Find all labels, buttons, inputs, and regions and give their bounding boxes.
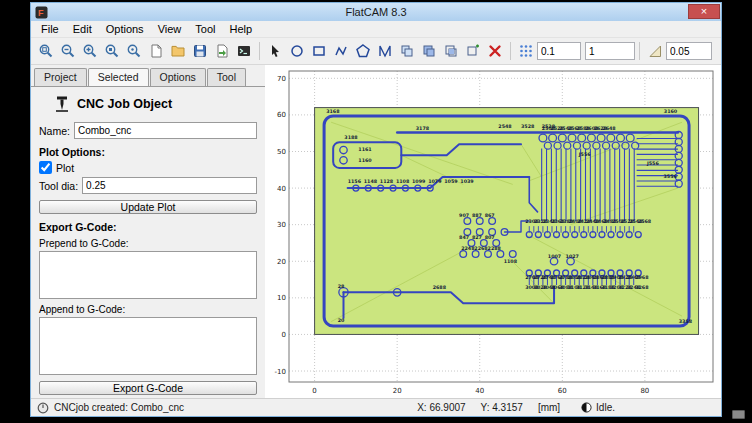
- name-input[interactable]: [74, 122, 257, 139]
- status-bar: CNCjob created: Combo_cnc X: 66.9007 Y: …: [31, 398, 721, 416]
- copy-geometry-button[interactable]: [396, 40, 418, 62]
- close-button[interactable]: ×: [688, 4, 720, 19]
- zoom-out-button[interactable]: [57, 40, 79, 62]
- left-panel: Project Selected Options Tool CNC Job Ob…: [31, 65, 265, 398]
- buffer-geometry-button[interactable]: [462, 40, 484, 62]
- svg-text:1156: 1156: [348, 179, 362, 184]
- pcb-plot-canvas[interactable]: 020406080-100102030405060703168316033582…: [265, 65, 721, 398]
- new-file-button[interactable]: [145, 40, 167, 62]
- toolbar: [31, 38, 721, 65]
- tab-selected[interactable]: Selected: [88, 68, 149, 86]
- svg-text:1099: 1099: [412, 179, 426, 184]
- screenshot-stage: F FlatCAM 8.3 × File Edit Options View T…: [0, 0, 752, 423]
- plot-area[interactable]: 020406080-100102030405060703168316033582…: [265, 65, 721, 398]
- svg-text:887: 887: [472, 213, 482, 218]
- zoom-in-button[interactable]: [79, 40, 101, 62]
- tab-bar: Project Selected Options Tool: [31, 65, 265, 86]
- svg-text:0: 0: [312, 387, 316, 395]
- title-bar[interactable]: F FlatCAM 8.3 ×: [31, 3, 721, 21]
- svg-text:1039: 1039: [460, 179, 474, 184]
- append-textarea[interactable]: [39, 317, 257, 375]
- save-file-button[interactable]: [189, 40, 211, 62]
- plot-checkbox[interactable]: [39, 161, 52, 174]
- idle-label: Idle.: [596, 402, 615, 413]
- svg-text:50: 50: [277, 148, 286, 156]
- svg-text:1007: 1007: [548, 254, 561, 259]
- svg-text:1108: 1108: [504, 259, 518, 264]
- svg-text:2268: 2268: [474, 246, 488, 251]
- svg-text:3168: 3168: [326, 109, 340, 114]
- select-tool-button[interactable]: [264, 40, 286, 62]
- menu-edit[interactable]: Edit: [66, 22, 99, 36]
- menu-file[interactable]: File: [34, 22, 66, 36]
- menu-options[interactable]: Options: [99, 22, 151, 36]
- svg-text:907: 907: [459, 213, 469, 218]
- svg-text:2648: 2648: [602, 126, 616, 131]
- delete-button[interactable]: [484, 40, 506, 62]
- draw-path-button[interactable]: [330, 40, 352, 62]
- toolbar-separator: [639, 42, 640, 60]
- export-gcode-button[interactable]: Export G-Code: [39, 381, 257, 395]
- tab-options[interactable]: Options: [150, 68, 206, 86]
- import-file-button[interactable]: [211, 40, 233, 62]
- tab-project[interactable]: Project: [34, 68, 87, 86]
- idle-indicator-icon: [581, 402, 592, 413]
- draw-polygon-button[interactable]: [352, 40, 374, 62]
- snap-max-input[interactable]: [666, 42, 712, 60]
- toolbar-separator: [510, 42, 511, 60]
- zoom-selection-button[interactable]: [101, 40, 123, 62]
- svg-text:2568: 2568: [638, 219, 652, 224]
- prepend-label: Prepend to G-Code:: [39, 238, 257, 249]
- svg-text:867: 867: [485, 213, 495, 218]
- svg-text:3268: 3268: [635, 285, 649, 290]
- coord-x: X: 66.9007: [417, 402, 465, 413]
- open-file-button[interactable]: [167, 40, 189, 62]
- draw-freehand-button[interactable]: [374, 40, 396, 62]
- menu-bar: File Edit Options View Tool Help: [31, 21, 721, 38]
- tool-dia-input[interactable]: [82, 177, 257, 194]
- window-title: FlatCAM 8.3: [31, 6, 721, 18]
- append-label: Append to G-Code:: [39, 304, 257, 315]
- svg-text:70: 70: [277, 75, 286, 83]
- svg-text:20: 20: [277, 258, 286, 266]
- menu-help[interactable]: Help: [222, 22, 259, 36]
- svg-text:-10: -10: [275, 368, 286, 376]
- object-header: CNC Job Object: [53, 95, 257, 113]
- menu-view[interactable]: View: [151, 22, 189, 36]
- grid-y-input[interactable]: [585, 42, 635, 60]
- status-message: CNCjob created: Combo_cnc: [54, 402, 184, 413]
- cnc-job-icon: [53, 95, 71, 113]
- svg-text:10: 10: [277, 294, 286, 302]
- svg-text:1027: 1027: [566, 254, 579, 259]
- svg-text:1059: 1059: [444, 179, 458, 184]
- main-area: Project Selected Options Tool CNC Job Ob…: [31, 65, 721, 398]
- coord-y: Y: 4.3157: [481, 402, 523, 413]
- svg-text:1160: 1160: [358, 158, 372, 163]
- intersect-geometry-button[interactable]: [440, 40, 462, 62]
- svg-text:3528: 3528: [521, 124, 535, 129]
- svg-text:1128: 1128: [380, 179, 394, 184]
- status-message-icon: [37, 402, 49, 414]
- svg-text:3188: 3188: [344, 135, 358, 140]
- plot-checkbox-label: Plot: [56, 162, 74, 174]
- snap-max-icon[interactable]: [646, 42, 664, 60]
- replot-button[interactable]: [123, 40, 145, 62]
- grid-snap-icon[interactable]: [517, 42, 535, 60]
- svg-text:1108: 1108: [396, 179, 410, 184]
- draw-circle-button[interactable]: [286, 40, 308, 62]
- shell-button[interactable]: [233, 40, 255, 62]
- tab-tool[interactable]: Tool: [207, 68, 246, 86]
- svg-text:827: 827: [472, 235, 482, 240]
- union-geometry-button[interactable]: [418, 40, 440, 62]
- grid-x-input[interactable]: [537, 42, 581, 60]
- zoom-fit-button[interactable]: [35, 40, 57, 62]
- svg-text:3358: 3358: [679, 319, 693, 324]
- menu-tool[interactable]: Tool: [188, 22, 222, 36]
- selected-tab-panel: CNC Job Object Name: Plot Options: Plot …: [31, 86, 265, 398]
- draw-rectangle-button[interactable]: [308, 40, 330, 62]
- update-plot-button[interactable]: Update Plot: [39, 200, 257, 214]
- svg-text:80: 80: [640, 387, 649, 395]
- prepend-textarea[interactable]: [39, 251, 257, 299]
- svg-text:60: 60: [558, 387, 567, 395]
- svg-text:1079: 1079: [428, 179, 442, 184]
